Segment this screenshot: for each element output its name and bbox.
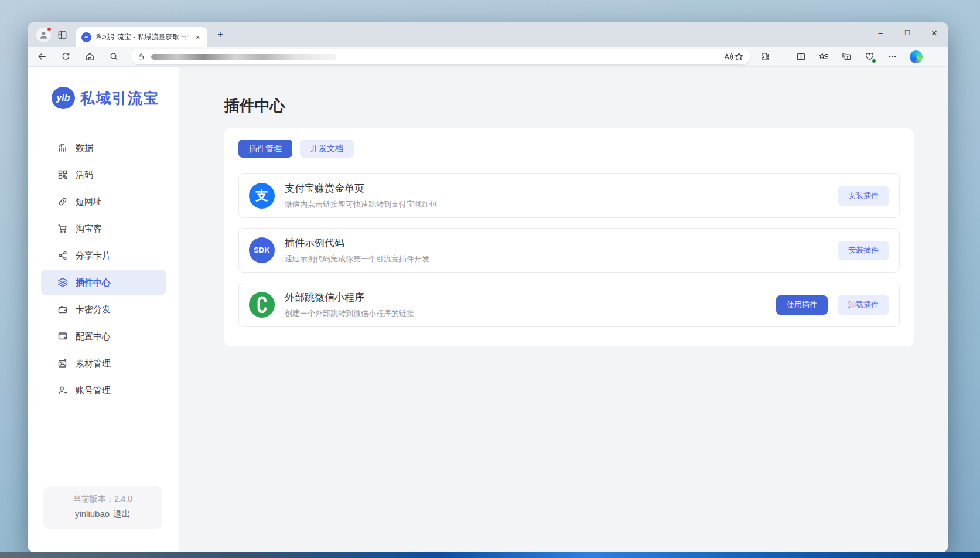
browser-tab[interactable]: ∞ 私域引流宝 - 私域流量获取与维护 ×	[76, 27, 207, 47]
sidebar-item-label: 分享卡片	[76, 250, 111, 261]
sidebar-nav: 数据活码短网址淘宝客分享卡片插件中心卡密分发配置中心素材管理账号管理	[28, 135, 179, 403]
window-controls: – ☐ ✕	[867, 22, 948, 43]
tab-close-icon[interactable]: ×	[193, 32, 203, 42]
back-icon[interactable]	[36, 52, 47, 62]
sidebar-item-plugin-center[interactable]: 插件中心	[41, 270, 166, 295]
new-tab-button[interactable]: +	[214, 29, 226, 40]
sidebar-item-label: 账号管理	[76, 385, 111, 396]
alipay-icon: 支	[249, 183, 275, 209]
qr-icon	[57, 169, 68, 180]
profile-avatar[interactable]	[36, 28, 51, 42]
plugin-center-card: 插件管理开发文档 支支付宝赚赏金单页微信内点击链接即可快速跳转到支付宝领红包安装…	[224, 128, 914, 346]
sidebar: ylb 私域引流宝 数据活码短网址淘宝客分享卡片插件中心卡密分发配置中心素材管理…	[28, 67, 179, 552]
miniprogram-icon	[249, 292, 275, 318]
lock-icon	[137, 53, 145, 61]
close-button[interactable]: ✕	[921, 22, 948, 43]
address-bar[interactable]	[131, 49, 750, 64]
home-icon[interactable]	[84, 52, 95, 62]
install-plugin-button[interactable]: 安装插件	[838, 241, 889, 260]
uninstall-plugin-button[interactable]: 卸载插件	[838, 295, 889, 315]
use-plugin-button[interactable]: 使用插件	[776, 295, 828, 315]
plugin-title: 支付宝赚赏金单页	[285, 182, 838, 195]
desktop-wallpaper-strip	[0, 552, 980, 558]
plugin-actions: 安装插件	[838, 186, 889, 206]
sidebar-item-label: 淘宝客	[76, 223, 102, 234]
favorite-star-icon[interactable]	[733, 52, 744, 62]
tab-plugin-manage[interactable]: 插件管理	[238, 140, 292, 158]
plugin-row-external-jump-miniprogram: 外部跳微信小程序创建一个外部跳转到微信小程序的链接使用插件卸载插件	[238, 283, 900, 327]
more-menu-icon[interactable]	[887, 52, 897, 62]
sidebar-item-short-url[interactable]: 短网址	[41, 189, 166, 215]
sidebar-item-label: 短网址	[76, 196, 102, 207]
sdk-icon: SDK	[249, 237, 275, 263]
tab-group: 插件管理开发文档	[238, 140, 900, 158]
sidebar-item-label: 卡密分发	[76, 304, 111, 315]
sidebar-item-share-card[interactable]: 分享卡片	[41, 243, 166, 268]
plugin-list: 支支付宝赚赏金单页微信内点击链接即可快速跳转到支付宝领红包安装插件SDK插件示例…	[238, 173, 900, 327]
plugin-row-plugin-sample-code: SDK插件示例代码通过示例代码完成你第一个引流宝插件开发安装插件	[238, 228, 900, 273]
tab-title: 私域引流宝 - 私域流量获取与维护	[96, 32, 193, 42]
app-logo: ylb 私域引流宝	[52, 87, 179, 109]
plugin-desc: 创建一个外部跳转到微信小程序的链接	[285, 308, 776, 319]
install-plugin-button[interactable]: 安装插件	[838, 186, 889, 206]
plugin-row-alipay-reward-page: 支支付宝赚赏金单页微信内点击链接即可快速跳转到支付宝领红包安装插件	[238, 173, 900, 218]
user-icon	[57, 385, 68, 396]
image-icon	[57, 358, 68, 369]
sidebar-item-material-manage[interactable]: 素材管理	[41, 351, 166, 376]
sidebar-item-config-center[interactable]: 配置中心	[41, 324, 166, 349]
sidebar-item-label: 数据	[76, 142, 93, 154]
sidebar-item-live-code[interactable]: 活码	[41, 162, 166, 188]
cart-icon	[57, 223, 68, 234]
browser-essentials-icon[interactable]	[864, 52, 875, 62]
maximize-button[interactable]: ☐	[894, 22, 921, 43]
plugin-actions: 使用插件卸载插件	[776, 295, 889, 315]
account-name: yinliubao	[75, 509, 110, 519]
plugin-title: 外部跳微信小程序	[285, 291, 776, 304]
search-icon[interactable]	[108, 52, 119, 62]
toolbar-divider	[783, 52, 783, 62]
page-title: 插件中心	[224, 96, 948, 116]
extensions-icon[interactable]	[760, 52, 770, 62]
plugin-actions: 安装插件	[838, 241, 889, 260]
plugin-title: 插件示例代码	[285, 236, 838, 250]
sidebar-item-label: 插件中心	[76, 277, 111, 288]
layers-icon	[57, 277, 68, 288]
tab-dev-docs[interactable]: 开发文档	[300, 140, 354, 158]
person-icon	[39, 30, 49, 40]
main-content: 插件中心 插件管理开发文档 支支付宝赚赏金单页微信内点击链接即可快速跳转到支付宝…	[179, 67, 948, 552]
favorites-icon[interactable]	[818, 52, 829, 62]
read-aloud-icon[interactable]	[723, 52, 733, 62]
sidebar-item-data[interactable]: 数据	[41, 135, 166, 161]
sidebar-item-label: 素材管理	[76, 358, 111, 369]
sidebar-item-label: 配置中心	[76, 331, 111, 342]
notification-dot	[47, 27, 52, 32]
sidebar-item-card-distribution[interactable]: 卡密分发	[41, 297, 166, 322]
sidebar-item-account-manage[interactable]: 账号管理	[41, 377, 166, 403]
vertical-tabs-icon[interactable]	[57, 29, 67, 40]
tab-strip: ∞ 私域引流宝 - 私域流量获取与维护 × + – ☐ ✕	[28, 22, 948, 47]
essentials-check-badge	[872, 59, 876, 63]
version-label: 当前版本：2.4.0	[43, 494, 162, 505]
config-icon	[57, 331, 68, 342]
logo-name: 私域引流宝	[80, 89, 159, 108]
browser-toolbar	[28, 47, 948, 67]
share-icon	[57, 250, 68, 261]
link-icon	[57, 196, 68, 207]
split-screen-icon[interactable]	[795, 52, 806, 62]
minimize-button[interactable]: –	[867, 22, 894, 43]
url-redacted-bar	[151, 54, 336, 60]
collections-icon[interactable]	[841, 52, 852, 62]
copilot-icon[interactable]	[910, 50, 923, 63]
logo-bubble-icon: ylb	[52, 87, 75, 109]
sidebar-item-taobao-ke[interactable]: 淘宝客	[41, 216, 166, 241]
site-favicon-icon: ∞	[81, 32, 91, 42]
version-box: 当前版本：2.4.0 yinliubao退出	[43, 486, 162, 529]
plugin-desc: 微信内点击链接即可快速跳转到支付宝领红包	[285, 199, 838, 210]
plugin-desc: 通过示例代码完成你第一个引流宝插件开发	[285, 254, 838, 264]
logout-link[interactable]: 退出	[113, 509, 131, 519]
sidebar-item-label: 活码	[76, 169, 93, 181]
refresh-icon[interactable]	[60, 52, 71, 62]
wallet-icon	[57, 304, 68, 315]
browser-window: ∞ 私域引流宝 - 私域流量获取与维护 × + – ☐ ✕	[28, 22, 948, 552]
chart-icon	[57, 142, 68, 153]
